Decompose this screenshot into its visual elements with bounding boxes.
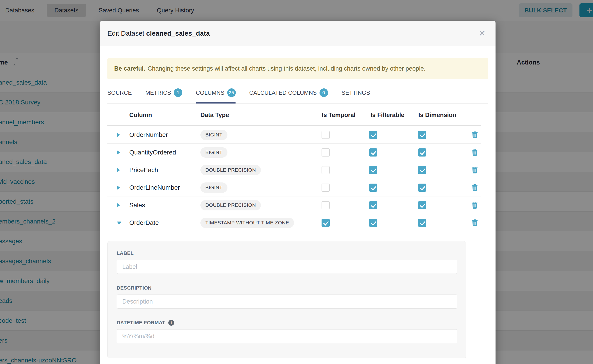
label-input[interactable]: [117, 260, 457, 274]
modal-tabs: SOURCE METRICS 1 COLUMNS 25 CALCULATED C…: [107, 88, 488, 104]
tab-calculated-columns-label: CALCULATED COLUMNS: [249, 90, 317, 96]
data-type-pill: DOUBLE PRECISION: [200, 165, 261, 175]
tab-columns[interactable]: COLUMNS 25: [196, 88, 236, 103]
tab-metrics-label: METRICS: [145, 90, 171, 96]
description-field-label: DESCRIPTION: [117, 285, 457, 291]
description-input[interactable]: [117, 294, 457, 309]
column-name: PriceEach: [129, 166, 158, 174]
delete-trash-icon[interactable]: [472, 202, 478, 209]
data-type-pill: DOUBLE PRECISION: [200, 200, 261, 210]
is-temporal-checkbox[interactable]: [322, 166, 330, 174]
expand-caret-icon[interactable]: [117, 185, 120, 190]
columns-table-body: OrderNumber BIGINT QuantityOrdered BIGIN…: [107, 126, 481, 232]
modal-header: Edit Dataset cleaned_sales_data ✕: [100, 21, 495, 46]
expand-caret-icon[interactable]: [117, 203, 120, 208]
modal-title: Edit Dataset cleaned_sales_data: [107, 30, 210, 37]
delete-trash-icon[interactable]: [472, 220, 478, 226]
warning-bold: Be careful.: [114, 65, 145, 72]
is-dimension-checkbox[interactable]: [418, 131, 426, 139]
expand-caret-icon[interactable]: [117, 221, 121, 225]
data-type-pill: BIGINT: [200, 182, 227, 193]
header-data-type: Data Type: [200, 112, 229, 119]
columns-table: Column Data Type Is Temporal Is Filterab…: [107, 104, 481, 232]
is-dimension-checkbox[interactable]: [418, 201, 426, 209]
screen: Databases Datasets Saved Queries Query H…: [0, 0, 593, 364]
delete-trash-icon[interactable]: [472, 167, 478, 173]
is-filterable-checkbox[interactable]: [369, 131, 377, 139]
modal-title-dataset-name: cleaned_sales_data: [146, 30, 210, 37]
column-row: QuantityOrdered BIGINT: [107, 144, 481, 161]
is-filterable-checkbox[interactable]: [369, 184, 377, 192]
columns-table-header: Column Data Type Is Temporal Is Filterab…: [107, 104, 481, 126]
data-type-pill: TIMESTAMP WITHOUT TIME ZONE: [200, 218, 294, 228]
delete-trash-icon[interactable]: [472, 184, 478, 191]
tab-metrics[interactable]: METRICS 1: [145, 88, 182, 103]
column-row: OrderLineNumber BIGINT: [107, 179, 481, 196]
expand-caret-icon[interactable]: [117, 168, 120, 172]
info-icon[interactable]: i: [168, 320, 174, 326]
data-type-pill: BIGINT: [200, 130, 227, 140]
column-name: Sales: [129, 202, 145, 209]
is-temporal-checkbox[interactable]: [322, 131, 330, 139]
is-dimension-checkbox[interactable]: [418, 219, 426, 227]
tab-columns-label: COLUMNS: [196, 90, 224, 96]
header-is-filterable: Is Filterable: [370, 112, 404, 119]
metrics-count-badge: 1: [174, 88, 182, 97]
delete-trash-icon[interactable]: [472, 131, 478, 138]
calculated-columns-count-badge: 0: [320, 88, 328, 97]
header-is-temporal: Is Temporal: [322, 112, 356, 119]
tab-calculated-columns[interactable]: CALCULATED COLUMNS 0: [249, 88, 328, 103]
column-name: OrderLineNumber: [129, 184, 180, 191]
warning-banner: Be careful. Changing these settings will…: [107, 58, 488, 79]
column-row: OrderDate TIMESTAMP WITHOUT TIME ZONE: [107, 214, 481, 232]
label-field-label: LABEL: [117, 250, 457, 256]
is-dimension-checkbox[interactable]: [418, 184, 426, 192]
is-temporal-checkbox[interactable]: [322, 148, 330, 156]
header-column: Column: [129, 112, 152, 119]
expand-caret-icon[interactable]: [117, 133, 120, 137]
is-temporal-checkbox[interactable]: [322, 219, 330, 227]
column-row: Sales DOUBLE PRECISION: [107, 196, 481, 214]
is-dimension-checkbox[interactable]: [418, 148, 426, 156]
delete-trash-icon[interactable]: [472, 149, 478, 156]
datetime-format-field-label: DATETIME FORMAT i: [117, 320, 457, 326]
is-temporal-checkbox[interactable]: [322, 201, 330, 209]
data-type-pill: BIGINT: [200, 147, 227, 158]
columns-count-badge: 25: [227, 88, 236, 97]
is-temporal-checkbox[interactable]: [322, 184, 330, 192]
is-filterable-checkbox[interactable]: [369, 148, 377, 156]
column-name: OrderDate: [129, 219, 159, 227]
column-row: OrderNumber BIGINT: [107, 126, 481, 144]
datetime-format-input[interactable]: [117, 329, 457, 343]
is-filterable-checkbox[interactable]: [369, 166, 377, 174]
expand-caret-icon[interactable]: [117, 150, 120, 155]
warning-text: Changing these settings will affect all …: [148, 65, 426, 72]
is-filterable-checkbox[interactable]: [369, 201, 377, 209]
tab-settings[interactable]: SETTINGS: [342, 88, 370, 103]
column-name: QuantityOrdered: [129, 149, 176, 156]
tab-source-label: SOURCE: [107, 90, 132, 96]
edit-dataset-modal: Edit Dataset cleaned_sales_data ✕ Be car…: [100, 21, 495, 364]
is-filterable-checkbox[interactable]: [369, 219, 377, 227]
column-row: PriceEach DOUBLE PRECISION: [107, 161, 481, 179]
tab-source[interactable]: SOURCE: [107, 88, 132, 103]
is-dimension-checkbox[interactable]: [418, 166, 426, 174]
header-is-dimension: Is Dimension: [418, 112, 456, 119]
column-editor-panel: LABEL DESCRIPTION DATETIME FORMAT i: [107, 241, 466, 358]
tab-settings-label: SETTINGS: [342, 90, 370, 96]
close-icon[interactable]: ✕: [479, 29, 486, 38]
modal-title-prefix: Edit Dataset: [107, 30, 144, 37]
column-name: OrderNumber: [129, 131, 168, 138]
